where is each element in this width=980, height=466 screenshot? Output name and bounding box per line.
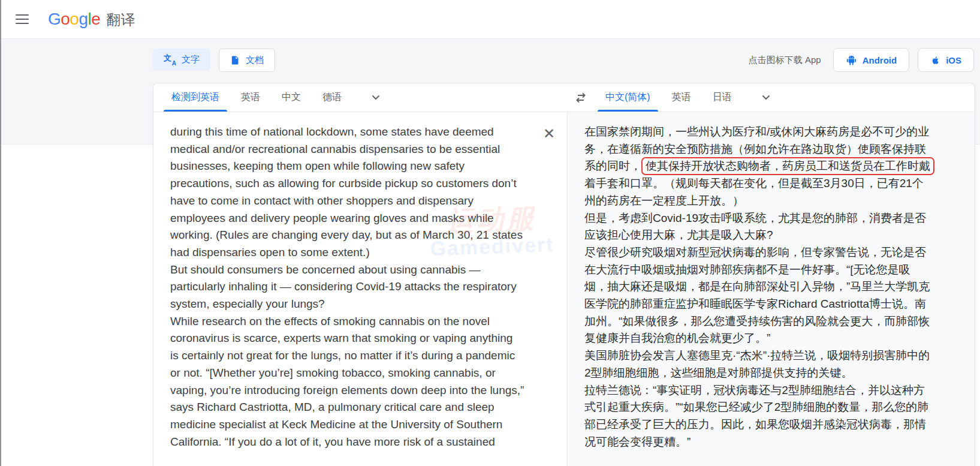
text-line: 况可能会变得更糟。” [584,434,960,451]
document-icon [230,55,240,65]
text-line: 应该担心使用大麻，尤其是吸入大麻? [584,227,960,244]
logo-letter: g [79,10,88,28]
document-mode-label: 文档 [246,55,264,66]
text-line: employees and delivery people wearing gl… [170,210,539,227]
text-line: 2型肺细胞细胞，这些细胞是对肺部提供支持的关键。 [584,365,960,382]
text-line: 医学院的肺部重症监护和睡眠医学专家Richard Castriotta博士说。南 [584,296,960,313]
text-line: 系的同时，使其保持开放状态购物者，药房员工和送货员在工作时戴 [584,158,960,175]
clear-source-text-close-icon[interactable]: ✕ [543,127,555,141]
target-tabs-group: 中文(简体)英语日语 [595,83,743,112]
text-line: coronavirus is scarce, experts warn that… [170,330,539,347]
text-line: 在大流行中吸烟或抽烟对肺部疾病都不是一件好事。“[无论您是吸 [584,261,960,279]
toolbar: 文 A 文字 文档 点击图标下载 App Android iOS [153,48,974,72]
text-line: or not. “[Whether you’re] smoking tobacc… [170,365,539,382]
tab-target-chinese-simplified[interactable]: 中文(简体) [598,83,658,112]
tab-source-chinese[interactable]: 中文 [274,83,309,112]
language-tab-bar: 检测到英语英语中文德语 中文(简体)英语日语 [153,83,975,112]
text-line: during this time of national lockdown, s… [170,124,539,141]
text-line: 在国家禁闭期间，一些州认为医疗和/或休闲大麻药房是必不可少的业 [584,124,960,141]
text-line: vaping, you’re introducing foreign eleme… [170,382,539,399]
text-line: But should consumers be concerned about … [170,261,539,279]
tab-target-english[interactable]: 英语 [664,83,699,112]
text-line: working. (Rules are changing every day, … [170,227,539,244]
text-line: particularly inhaling it — considering C… [170,278,539,296]
swap-languages-icon[interactable] [567,83,595,112]
hamburger-menu-icon[interactable] [11,7,34,32]
hamburger-bar [16,19,29,20]
hamburger-bar [16,14,29,16]
source-more-languages-chevron-down-icon[interactable] [362,83,390,112]
text-line: 拉特兰德说：“事实证明，冠状病毒还与2型肺细胞结合，并以这种方 [584,382,960,399]
top-bar: Google 翻译 [0,0,980,39]
text-line: 州的药房在一定程度上开放。） [584,193,960,210]
text-line: had dispensaries open to some extent.) [170,244,539,261]
mode-chips: 文 A 文字 文档 [153,49,275,72]
highlight-box: 使其保持开放状态购物者，药房员工和送货员在工作时戴 [641,157,934,175]
text-line: 但是，考虑到Covid-19攻击呼吸系统，尤其是您的肺部，消费者是否 [584,210,960,227]
text-line: 式引起重大疾病。”“如果您已经减少了2型肺细胞的数量，那么您的肺 [584,399,960,416]
text-line: 烟，抽大麻还是吸烟，都是在向肺部深处引入异物，”马里兰大学凯克 [584,278,960,296]
text-line: 部已经承受了巨大的压力。因此，如果您吸烟并感染冠状病毒，那情 [584,416,960,434]
text-line: businesses, keeping them open while foll… [170,158,539,175]
text-line: precautions, such as allowing for curbsi… [170,175,539,193]
translated-text: 在国家禁闭期间，一些州认为医疗和/或休闲大麻药房是必不可少的业务，在遵循新的安全… [584,124,960,450]
translate-icon-a: A [172,60,176,67]
product-name: 翻译 [106,10,135,29]
text-line: 尽管很少研究吸烟对新型冠状病毒的影响，但专家警告说，无论是否 [584,244,960,261]
translated-text-panel: 在国家禁闭期间，一些州认为医疗和/或休闲大麻药房是必不可少的业务，在遵循新的安全… [567,112,975,466]
tab-target-japanese[interactable]: 日语 [705,83,740,112]
text-line: California. “If you do a lot of it, you … [170,434,539,451]
text-line: system, especially your lungs? [170,296,539,313]
text-line: medicine specialist at Keck Medicine at … [170,416,539,434]
text-line: While research on the effects of smoking… [170,313,539,330]
ios-app-button[interactable]: iOS [918,48,974,72]
google-translate-logo[interactable]: Google 翻译 [48,10,135,29]
logo-letter: G [48,10,61,28]
text-mode-button[interactable]: 文 A 文字 [153,49,210,71]
text-line: is certainly not great for the lungs, no… [170,347,539,365]
translation-panels: during this time of national lockdown, s… [153,112,975,466]
android-button-label: Android [863,55,897,65]
android-icon [846,55,857,66]
text-line: 务，在遵循新的安全预防措施（例如允许在路边取货）使顾客保持联 [584,141,960,158]
app-download-area: 点击图标下载 App Android iOS [749,48,974,72]
text-line: 美国肺脏协会发言人塞德里克·“杰米”·拉特兰说，吸烟特别损害肺中的 [584,347,960,365]
text-mode-label: 文字 [182,54,200,65]
target-more-languages-chevron-down-icon[interactable] [752,83,780,112]
download-hint-text: 点击图标下载 App [749,55,821,66]
translate-text-icon: 文 A [164,54,176,65]
tab-source-german[interactable]: 德语 [315,83,349,112]
text-line: have to come in contact with other shopp… [170,193,539,210]
tab-source-english[interactable]: 英语 [233,83,268,112]
text-line: says Richard Castriotta, MD, a pulmonary… [170,399,539,416]
text-line: 加州。“如果做很多，那么您遭受持续伤害的风险就会更大，而肺部恢 [584,313,960,330]
hamburger-bar [16,23,29,25]
apple-icon [930,55,940,65]
screen-left-edge [0,0,1,466]
logo-letter: o [70,10,79,28]
source-language-tabs: 检测到英语英语中文德语 [153,83,567,112]
tab-detected-english[interactable]: 检测到英语 [164,83,227,112]
translate-icon-zh: 文 [164,53,171,64]
document-mode-button[interactable]: 文档 [219,49,275,72]
source-text-panel[interactable]: during this time of national lockdown, s… [153,112,567,466]
text-line: 着手套和口罩。（规则每天都在变化，但是截至3月30日，已有21个 [584,175,960,193]
text-line: medical and/or recreational cannabis dis… [170,141,539,158]
target-language-tabs: 中文(简体)英语日语 [567,83,975,112]
logo-letter: o [61,10,70,28]
text-line: 复健康并自我治愈的机会就更少了。” [584,330,960,347]
ios-button-label: iOS [946,55,961,65]
translate-card: 检测到英语英语中文德语 中文(简体)英语日语 during this time … [153,83,975,466]
android-app-button[interactable]: Android [833,48,910,72]
source-text: during this time of national lockdown, s… [170,124,539,450]
source-tabs-group: 检测到英语英语中文德语 [161,83,352,112]
google-logo: Google [48,10,100,29]
logo-letter: e [91,10,100,28]
